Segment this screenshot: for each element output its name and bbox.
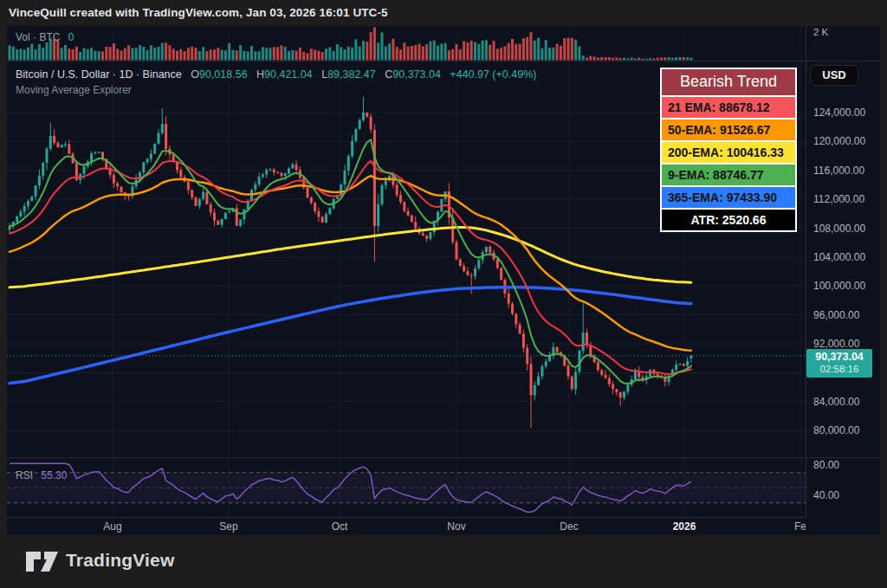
price-tick-label: 92,000.00 (813, 338, 859, 350)
time-axis-label-sep: Sep (219, 518, 237, 535)
time-axis-label-fe: Fe (794, 518, 806, 535)
price-tick-label: 120,000.00 (813, 135, 865, 147)
close-label: C (385, 68, 392, 81)
attribution-text: VinceQuill created with TradingView.com,… (9, 0, 388, 26)
legend-row-2: 200-EMA: 100416.33 (662, 142, 795, 163)
bar-countdown: 02:58:16 (806, 364, 872, 375)
time-axis-label-dec: Dec (560, 518, 578, 535)
volume-axis-tick: 2 K (813, 27, 828, 37)
attribution-bar: VinceQuill created with TradingView.com,… (0, 0, 887, 26)
price-tick-label: 84,000.00 (813, 396, 859, 408)
price-axis[interactable]: 2 K USD 124,000.00120,000.00116,000.0011… (806, 26, 880, 517)
open-value: 90,018.56 (199, 68, 248, 81)
price-tick-label: 80,000.00 (813, 424, 859, 436)
price-tick-label: 108,000.00 (813, 223, 865, 235)
trend-status-badge: Bearish Trend (662, 69, 795, 95)
symbol-title: Bitcoin / U.S. Dollar · 1D · Binance (16, 68, 182, 81)
chart-widget[interactable]: Vol · BTC 0 Bitcoin / U.S. Dollar · 1D ·… (7, 26, 880, 535)
legend-row-4: 365-EMA: 97433.90 (662, 187, 795, 208)
rsi-value: 55.30 (41, 469, 67, 481)
ma-explorer-legend-panel: Bearish Trend 21 EMA: 88678.1250-EMA: 91… (660, 68, 797, 232)
footer-bar: TradingView (0, 535, 887, 588)
indicator-legend-row: Moving Average Explorer (16, 84, 132, 96)
price-tick-label: 100,000.00 (813, 280, 865, 292)
price-tick-label: 104,000.00 (813, 251, 865, 263)
volume-legend-row: Vol · BTC 0 (16, 31, 74, 43)
high-label: H (256, 68, 264, 81)
time-axis[interactable]: AugSepOctNovDec2026Fe (7, 517, 806, 535)
currency-button[interactable]: USD (810, 65, 858, 86)
volume-value: 0 (68, 31, 74, 43)
price-tick-label: 124,000.00 (813, 107, 865, 119)
current-price-value: 90,373.04 (806, 351, 872, 364)
open-label: O (191, 68, 199, 81)
pane-separator-rsi[interactable] (7, 457, 880, 458)
pane-separator-volume[interactable] (7, 61, 880, 61)
volume-pane-canvas[interactable] (7, 26, 806, 61)
time-axis-label-2026: 2026 (673, 518, 696, 535)
rsi-legend-row: RSI 55.30 (16, 469, 67, 481)
low-value: 89,382.47 (327, 68, 376, 81)
legend-row-1: 50-EMA: 91526.67 (662, 120, 795, 140)
rsi-tick-label: 80.00 (813, 459, 839, 471)
legend-row-3: 9-EMA: 88746.77 (662, 165, 795, 185)
rsi-tick-label: 40.00 (813, 489, 839, 501)
volume-sep: · (33, 31, 36, 43)
legend-row-0: 21 EMA: 88678.12 (662, 97, 795, 118)
price-tick-label: 96,000.00 (813, 309, 859, 321)
volume-label: Vol (16, 31, 30, 43)
rsi-pane-canvas[interactable] (7, 457, 806, 517)
high-value: 90,421.04 (264, 68, 313, 81)
time-axis-label-oct: Oct (332, 518, 348, 535)
footer-brand-text[interactable]: TradingView (66, 550, 175, 571)
legend-row-5: ATR: 2520.66 (662, 210, 795, 230)
indicator-label: Moving Average Explorer (16, 84, 132, 96)
time-axis-label-aug: Aug (103, 518, 121, 535)
tradingview-logo-icon[interactable] (26, 552, 59, 574)
price-tick-label: 116,000.00 (813, 165, 864, 177)
rsi-label: RSI (16, 469, 33, 481)
price-tick-label: 112,000.00 (813, 193, 864, 205)
symbol-legend-row: Bitcoin / U.S. Dollar · 1D · Binance O90… (16, 68, 536, 81)
change-value: +440.97 (+0.49%) (450, 68, 536, 81)
time-axis-label-nov: Nov (447, 518, 465, 535)
close-value: 90,373.04 (392, 68, 441, 81)
volume-symbol: BTC (39, 31, 60, 43)
current-price-tag[interactable]: 90,373.04 02:58:16 (806, 349, 872, 378)
